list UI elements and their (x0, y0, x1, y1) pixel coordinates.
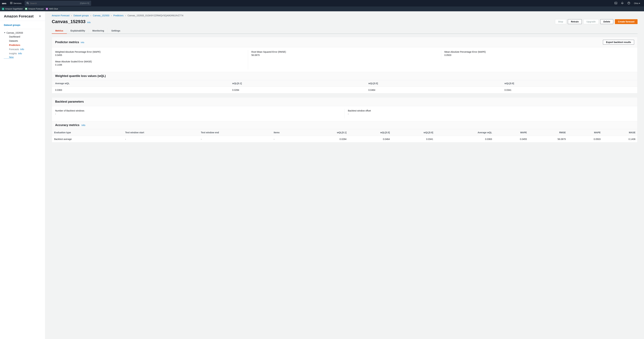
table-header-row: Average wQL wQL[0.1] wQL[0.5] wQL[0.9] (52, 80, 637, 87)
sidebar-item-datasets[interactable]: Datasets (9, 39, 41, 43)
sidebar-title: Amazon Forecast (4, 14, 34, 18)
notifications-icon[interactable] (619, 2, 626, 5)
mase-value: 0.1436 (55, 63, 245, 66)
sidebar-item-forecasts[interactable]: Forecasts Info (9, 47, 41, 51)
svg-rect-2 (12, 2, 12, 2)
stop-button: Stop (555, 19, 566, 24)
favorites-bar: ◎ Amazon SageMaker 📊 Amazon Forecast ⬢ A… (0, 6, 644, 11)
search-shortcut-hint: [Option+S] (80, 2, 89, 4)
svg-rect-7 (11, 3, 12, 4)
grid-icon (10, 2, 12, 5)
svg-point-9 (27, 2, 28, 3)
accuracy-title: Accuracy metrics Info (52, 121, 637, 129)
backtest-offset-label: Backtest window offset (348, 109, 634, 112)
favorite-sagemaker[interactable]: ◎ Amazon SageMaker (2, 8, 23, 10)
table-row: Backtest average - - - 0.0284 0.0464 0.0… (52, 136, 637, 142)
svg-rect-11 (615, 2, 617, 4)
rmse-label: Root Mean Squared Error (RMSE) (251, 50, 438, 53)
sidebar-new-link[interactable]: New (4, 56, 14, 59)
tabs: Metrics Explainability Monitoring Settin… (52, 28, 638, 34)
sidebar: Amazon Forecast Dataset groups Canvas_15… (0, 11, 45, 339)
wql-p10-value: 0.0284 (229, 87, 365, 93)
svg-rect-4 (11, 3, 12, 3)
sidebar-dataset-groups-link[interactable]: Dataset groups (4, 23, 41, 28)
page-actions: Stop Retrain Upgrade Delete Create forec… (555, 19, 638, 24)
wape-value: 0.0455 (55, 54, 245, 56)
sidebar-close-icon[interactable] (39, 15, 41, 18)
delete-button[interactable]: Delete (600, 19, 613, 24)
wql-p90-header: wQL[0.9] (501, 80, 637, 87)
svg-rect-1 (11, 2, 12, 2)
caret-down-icon (4, 31, 6, 34)
table-header-row: Evaluation type Test window start Test w… (52, 129, 637, 136)
breadcrumb-group[interactable]: Canvas_152933 (93, 14, 109, 17)
chevron-right-icon: › (111, 14, 112, 17)
sagemaker-icon: ◎ (2, 8, 4, 10)
region-selector[interactable]: Ohio ▾ (632, 2, 642, 4)
forecast-icon: 📊 (25, 8, 27, 10)
chevron-right-icon: › (125, 14, 126, 17)
main-content: Amazon Forecast › Dataset groups › Canva… (45, 11, 644, 339)
export-backtest-button[interactable]: Export backtest results (603, 40, 634, 45)
chevron-right-icon: › (90, 14, 91, 17)
table-row: 0.0363 0.0284 0.0464 0.0341 (52, 87, 637, 93)
wql-avg-header: Average wQL (52, 80, 229, 87)
favorite-glue[interactable]: ⬢ AWS Glue (46, 8, 58, 10)
create-forecast-button[interactable]: Create forecast (615, 19, 638, 24)
wql-p90-value: 0.0341 (501, 87, 637, 93)
breadcrumb: Amazon Forecast › Dataset groups › Canva… (45, 11, 644, 18)
search-input[interactable] (30, 2, 80, 4)
svg-rect-8 (12, 3, 12, 4)
svg-marker-15 (4, 32, 5, 33)
sidebar-item-insights[interactable]: Insights Info (9, 51, 41, 56)
wql-table: Average wQL wQL[0.1] wQL[0.5] wQL[0.9] 0… (52, 80, 637, 93)
chevron-right-icon: › (71, 14, 72, 17)
tab-monitoring[interactable]: Monitoring (89, 28, 108, 34)
accuracy-info-link[interactable]: Info (82, 124, 85, 126)
backtest-title: Backtest parameters (55, 100, 84, 103)
cloudshell-icon[interactable] (612, 2, 619, 5)
wql-p50-value: 0.0464 (365, 87, 501, 93)
predictor-metrics-info-link[interactable]: Info (81, 41, 84, 44)
sidebar-group-toggle[interactable]: Canvas_152933 (4, 31, 41, 34)
wql-section-title: Weighted quantile loss values (wQL) (52, 72, 637, 80)
backtest-windows-value: - (55, 113, 341, 115)
sidebar-item-dashboard[interactable]: Dashboard (9, 34, 41, 39)
svg-rect-0 (10, 2, 11, 2)
predictor-metrics-panel: Predictor metrics Info Export backtest r… (52, 37, 638, 93)
backtest-offset-value: - (348, 113, 634, 115)
retrain-button[interactable]: Retrain (568, 19, 582, 24)
top-nav: aws Services [Option+S] Ohio ▾ (0, 0, 644, 6)
tab-explainability[interactable]: Explainability (67, 28, 89, 34)
backtest-panel: Backtest parameters Number of Backtest w… (52, 97, 638, 142)
svg-rect-5 (12, 3, 12, 3)
svg-rect-6 (10, 3, 11, 4)
mape-label: Mean Absolute Percentage Error (MAPE) (444, 50, 634, 53)
search-box[interactable]: [Option+S] (25, 1, 91, 6)
breadcrumb-forecast[interactable]: Amazon Forecast (52, 14, 70, 17)
region-label: Ohio (634, 2, 638, 4)
forecasts-info-link[interactable]: Info (20, 48, 24, 50)
glue-icon: ⬢ (46, 8, 48, 10)
breadcrumb-current: Canvas_152933_01GK9Y2ZRWQVSQA9GR819VZ774 (128, 14, 183, 17)
services-label: Services (14, 2, 22, 4)
page-info-link[interactable]: Info (87, 21, 91, 23)
wql-p50-header: wQL[0.5] (365, 80, 501, 87)
predictor-metrics-title: Predictor metrics Info (55, 40, 84, 44)
mase-label: Mean Absolute Scaled Error (MASE) (55, 60, 245, 63)
insights-info-link[interactable]: Info (18, 52, 22, 55)
breadcrumb-predictors[interactable]: Predictors (113, 14, 124, 17)
wql-p10-header: wQL[0.1] (229, 80, 365, 87)
sidebar-item-predictors[interactable]: Predictors (9, 43, 41, 47)
rmse-value: 56.0879 (251, 54, 438, 56)
breadcrumb-dataset-groups[interactable]: Dataset groups (74, 14, 89, 17)
search-icon (26, 2, 29, 5)
favorite-forecast[interactable]: 📊 Amazon Forecast (25, 8, 44, 10)
tab-settings[interactable]: Settings (108, 28, 124, 34)
tab-metrics[interactable]: Metrics (52, 28, 67, 34)
help-icon[interactable] (626, 2, 632, 5)
services-menu[interactable]: Services (8, 2, 23, 5)
backtest-windows-label: Number of Backtest windows (55, 109, 341, 112)
aws-logo[interactable]: aws (2, 2, 6, 5)
page-title: Canvas_152933 Info (52, 19, 90, 24)
